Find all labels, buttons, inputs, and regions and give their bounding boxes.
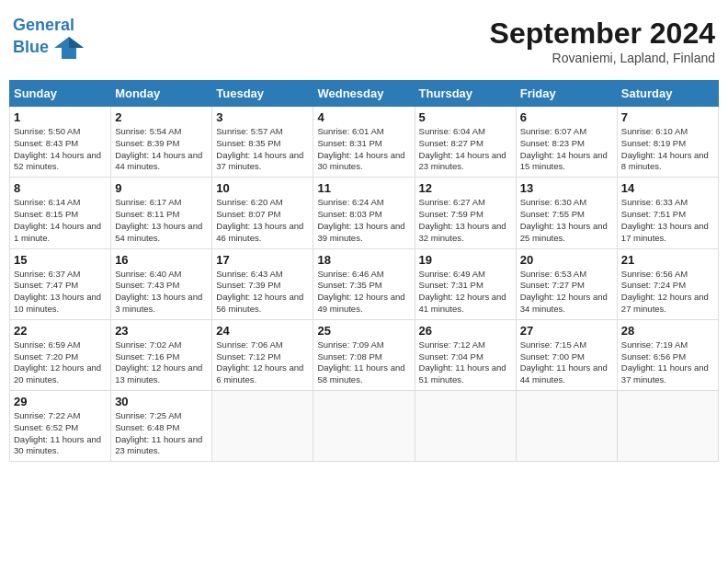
day-number: 5 [419,110,512,124]
day-cell-1: 1Sunrise: 5:50 AMSunset: 8:43 PMDaylight… [10,107,111,178]
day-cell-8: 8Sunrise: 6:14 AMSunset: 8:15 PMDaylight… [10,178,111,248]
day-number: 6 [520,110,613,124]
day-number: 14 [621,181,714,195]
logo-icon [52,35,85,61]
weekday-header-friday: Friday [516,81,617,107]
day-number: 28 [621,324,714,338]
calendar-week-row: 8Sunrise: 6:14 AMSunset: 8:15 PMDaylight… [10,178,719,248]
day-cell-2: 2Sunrise: 5:54 AMSunset: 8:39 PMDaylight… [111,107,212,178]
day-cell-12: 12Sunrise: 6:27 AMSunset: 7:59 PMDayligh… [415,178,516,248]
day-info: Sunrise: 6:04 AMSunset: 8:27 PMDaylight:… [419,126,512,173]
day-cell-7: 7Sunrise: 6:10 AMSunset: 8:19 PMDaylight… [617,107,718,178]
logo-text-blue: Blue [13,39,49,57]
day-cell-22: 22Sunrise: 6:59 AMSunset: 7:20 PMDayligh… [10,319,111,390]
day-info: Sunrise: 6:24 AMSunset: 8:03 PMDaylight:… [317,197,410,244]
day-number: 10 [216,181,309,195]
day-info: Sunrise: 7:09 AMSunset: 7:08 PMDaylight:… [317,339,410,386]
day-number: 8 [14,181,107,195]
day-number: 2 [115,110,208,124]
empty-cell [415,391,516,462]
calendar-table: SundayMondayTuesdayWednesdayThursdayFrid… [9,80,719,462]
day-number: 11 [317,181,410,195]
day-number: 30 [115,395,208,408]
day-cell-27: 27Sunrise: 7:15 AMSunset: 7:00 PMDayligh… [516,319,617,390]
calendar-week-row: 1Sunrise: 5:50 AMSunset: 8:43 PMDaylight… [10,107,719,178]
day-cell-6: 6Sunrise: 6:07 AMSunset: 8:23 PMDaylight… [516,107,617,178]
day-info: Sunrise: 6:01 AMSunset: 8:31 PMDaylight:… [317,126,410,173]
calendar-week-row: 22Sunrise: 6:59 AMSunset: 7:20 PMDayligh… [10,319,719,390]
day-info: Sunrise: 6:40 AMSunset: 7:43 PMDaylight:… [115,269,208,316]
logo-text: General [13,17,85,35]
day-number: 22 [14,324,107,338]
day-cell-25: 25Sunrise: 7:09 AMSunset: 7:08 PMDayligh… [313,319,415,390]
day-cell-26: 26Sunrise: 7:12 AMSunset: 7:04 PMDayligh… [415,319,516,390]
day-info: Sunrise: 6:56 AMSunset: 7:24 PMDaylight:… [621,269,714,316]
day-info: Sunrise: 6:17 AMSunset: 8:11 PMDaylight:… [115,197,208,244]
empty-cell [617,391,718,462]
day-number: 18 [317,253,410,267]
day-info: Sunrise: 6:43 AMSunset: 7:39 PMDaylight:… [216,269,309,316]
location: Rovaniemi, Lapland, Finland [490,51,715,65]
day-info: Sunrise: 6:49 AMSunset: 7:31 PMDaylight:… [419,269,512,316]
day-number: 9 [115,181,208,195]
day-cell-10: 10Sunrise: 6:20 AMSunset: 8:07 PMDayligh… [212,178,313,248]
day-number: 23 [115,324,208,338]
empty-cell [212,391,313,462]
day-cell-14: 14Sunrise: 6:33 AMSunset: 7:51 PMDayligh… [617,178,718,248]
day-number: 16 [115,253,208,267]
weekday-header-row: SundayMondayTuesdayWednesdayThursdayFrid… [10,81,719,107]
day-cell-28: 28Sunrise: 7:19 AMSunset: 6:56 PMDayligh… [617,319,718,390]
day-cell-29: 29Sunrise: 7:22 AMSunset: 6:52 PMDayligh… [10,391,111,462]
day-cell-15: 15Sunrise: 6:37 AMSunset: 7:47 PMDayligh… [10,248,111,319]
weekday-header-monday: Monday [111,81,212,107]
day-number: 19 [419,253,512,267]
day-cell-4: 4Sunrise: 6:01 AMSunset: 8:31 PMDaylight… [313,107,415,178]
calendar-week-row: 15Sunrise: 6:37 AMSunset: 7:47 PMDayligh… [10,248,719,319]
day-cell-21: 21Sunrise: 6:56 AMSunset: 7:24 PMDayligh… [617,248,718,319]
day-info: Sunrise: 6:30 AMSunset: 7:55 PMDaylight:… [520,197,613,244]
day-number: 12 [419,181,512,195]
svg-marker-1 [69,37,84,48]
day-number: 29 [14,395,107,408]
day-info: Sunrise: 7:19 AMSunset: 6:56 PMDaylight:… [621,339,714,386]
day-cell-5: 5Sunrise: 6:04 AMSunset: 8:27 PMDaylight… [415,107,516,178]
day-info: Sunrise: 5:50 AMSunset: 8:43 PMDaylight:… [14,126,107,173]
day-cell-16: 16Sunrise: 6:40 AMSunset: 7:43 PMDayligh… [111,248,212,319]
day-number: 3 [216,110,309,124]
day-number: 7 [621,110,714,124]
day-number: 20 [520,253,613,267]
weekday-header-saturday: Saturday [617,81,718,107]
day-cell-23: 23Sunrise: 7:02 AMSunset: 7:16 PMDayligh… [111,319,212,390]
day-info: Sunrise: 6:46 AMSunset: 7:35 PMDaylight:… [317,269,410,316]
day-info: Sunrise: 7:06 AMSunset: 7:12 PMDaylight:… [216,339,309,386]
day-number: 13 [520,181,613,195]
day-cell-19: 19Sunrise: 6:49 AMSunset: 7:31 PMDayligh… [415,248,516,319]
day-info: Sunrise: 5:54 AMSunset: 8:39 PMDaylight:… [115,126,208,173]
day-info: Sunrise: 7:02 AMSunset: 7:16 PMDaylight:… [115,339,208,386]
day-number: 17 [216,253,309,267]
day-number: 26 [419,324,512,338]
day-number: 27 [520,324,613,338]
day-number: 24 [216,324,309,338]
day-info: Sunrise: 6:20 AMSunset: 8:07 PMDaylight:… [216,197,309,244]
weekday-header-wednesday: Wednesday [313,81,415,107]
day-info: Sunrise: 6:14 AMSunset: 8:15 PMDaylight:… [14,197,107,244]
day-info: Sunrise: 7:15 AMSunset: 7:00 PMDaylight:… [520,339,613,386]
day-cell-24: 24Sunrise: 7:06 AMSunset: 7:12 PMDayligh… [212,319,313,390]
day-info: Sunrise: 6:33 AMSunset: 7:51 PMDaylight:… [621,197,714,244]
day-info: Sunrise: 7:22 AMSunset: 6:52 PMDaylight:… [14,410,107,457]
day-info: Sunrise: 6:10 AMSunset: 8:19 PMDaylight:… [621,126,714,173]
day-info: Sunrise: 7:12 AMSunset: 7:04 PMDaylight:… [419,339,512,386]
day-cell-18: 18Sunrise: 6:46 AMSunset: 7:35 PMDayligh… [313,248,415,319]
weekday-header-sunday: Sunday [10,81,111,107]
title-block: September 2024 Rovaniemi, Lapland, Finla… [490,17,715,65]
day-cell-30: 30Sunrise: 7:25 AMSunset: 6:48 PMDayligh… [111,391,212,462]
day-info: Sunrise: 6:07 AMSunset: 8:23 PMDaylight:… [520,126,613,173]
day-info: Sunrise: 6:53 AMSunset: 7:27 PMDaylight:… [520,269,613,316]
day-number: 4 [317,110,410,124]
day-info: Sunrise: 6:27 AMSunset: 7:59 PMDaylight:… [419,197,512,244]
page-header: General Blue September 2024 Rovaniemi, L… [9,9,719,73]
day-info: Sunrise: 6:59 AMSunset: 7:20 PMDaylight:… [14,339,107,386]
day-info: Sunrise: 5:57 AMSunset: 8:35 PMDaylight:… [216,126,309,173]
day-cell-9: 9Sunrise: 6:17 AMSunset: 8:11 PMDaylight… [111,178,212,248]
